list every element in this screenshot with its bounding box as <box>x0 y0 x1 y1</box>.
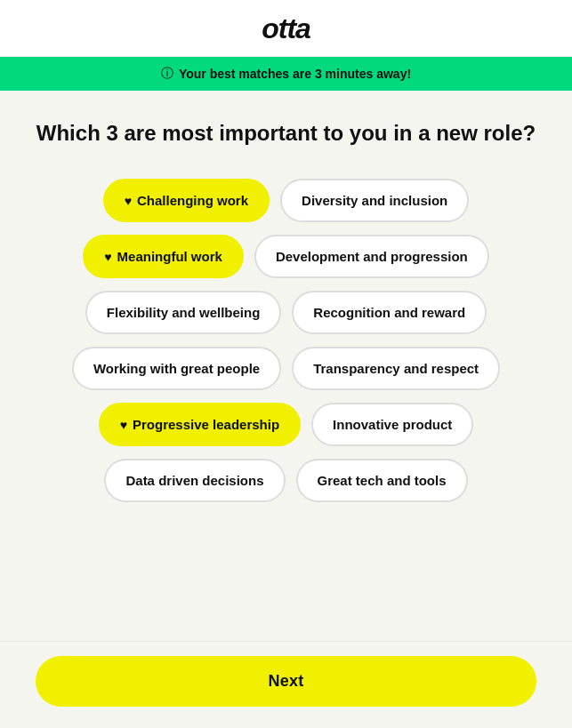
pills-row-1: ♥ Challenging work Diversity and inclusi… <box>103 179 470 222</box>
bottom-bar: Next <box>0 641 572 728</box>
banner-text: Your best matches are 3 minutes away! <box>179 67 411 81</box>
pill-recognition-reward[interactable]: Recognition and reward <box>292 291 487 334</box>
pill-label: Development and progression <box>276 249 468 264</box>
pill-innovative-product[interactable]: Innovative product <box>311 403 473 446</box>
pill-label: Flexibility and wellbeing <box>107 305 261 320</box>
pill-diversity-inclusion[interactable]: Diversity and inclusion <box>280 179 469 222</box>
info-icon: ⓘ <box>161 66 173 82</box>
header: otta <box>0 0 572 57</box>
pill-transparency-respect[interactable]: Transparency and respect <box>292 347 500 390</box>
pill-label: Diversity and inclusion <box>302 193 447 208</box>
pills-row-2: ♥ Meaningful work Development and progre… <box>83 235 489 278</box>
pill-working-great-people[interactable]: Working with great people <box>72 347 281 390</box>
pill-development-progression[interactable]: Development and progression <box>254 235 489 278</box>
pill-great-tech-tools[interactable]: Great tech and tools <box>296 459 468 502</box>
pill-label: Progressive leadership <box>133 417 279 432</box>
pill-challenging-work[interactable]: ♥ Challenging work <box>103 179 270 222</box>
pill-meaningful-work[interactable]: ♥ Meaningful work <box>83 235 244 278</box>
logo: otta <box>262 12 310 45</box>
heart-icon: ♥ <box>104 250 111 264</box>
pill-label: Challenging work <box>137 193 248 208</box>
pill-label: Transparency and respect <box>313 361 479 376</box>
heart-icon: ♥ <box>120 418 127 432</box>
pills-container: ♥ Challenging work Diversity and inclusi… <box>36 179 536 502</box>
pills-row-3: Flexibility and wellbeing Recognition an… <box>85 291 487 334</box>
pill-label: Working with great people <box>93 361 260 376</box>
next-button[interactable]: Next <box>36 656 536 707</box>
pill-flexibility-wellbeing[interactable]: Flexibility and wellbeing <box>85 291 282 334</box>
pills-row-5: ♥ Progressive leadership Innovative prod… <box>99 403 474 446</box>
pills-row-6: Data driven decisions Great tech and too… <box>104 459 467 502</box>
pill-label: Meaningful work <box>117 249 222 264</box>
pill-label: Recognition and reward <box>313 305 465 320</box>
banner: ⓘ Your best matches are 3 minutes away! <box>0 57 572 91</box>
main-content: Which 3 are most important to you in a n… <box>0 91 572 712</box>
pill-data-driven-decisions[interactable]: Data driven decisions <box>104 459 285 502</box>
pill-label: Innovative product <box>333 417 452 432</box>
pill-label: Data driven decisions <box>125 473 263 488</box>
heart-icon: ♥ <box>125 194 132 208</box>
pill-label: Great tech and tools <box>318 473 447 488</box>
pills-row-4: Working with great people Transparency a… <box>72 347 500 390</box>
question-title: Which 3 are most important to you in a n… <box>36 119 536 147</box>
pill-progressive-leadership[interactable]: ♥ Progressive leadership <box>99 403 301 446</box>
